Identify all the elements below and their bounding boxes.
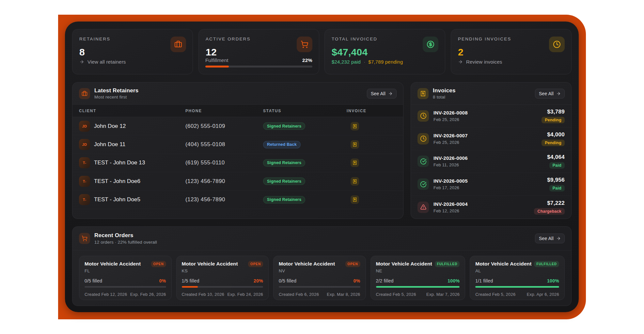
invoice-row[interactable]: INV-2026-0005 Feb 17, 2026 $9,956 Paid (411, 173, 571, 196)
invoice-row[interactable]: INV-2026-0004 Feb 12, 2026 $7,222 Charge… (411, 196, 571, 219)
invoices-see-all-button[interactable]: See All (535, 89, 565, 99)
stat-label: PENDING INVOICES (458, 37, 565, 41)
order-region: NV (279, 268, 360, 273)
orders-see-all-button[interactable]: See All (535, 234, 565, 243)
order-title: Motor Vehicle Accident (376, 261, 432, 267)
clock-icon (549, 37, 565, 52)
fulfillment-progressbar (205, 66, 312, 68)
clock-icon (417, 110, 429, 122)
arrow-right-icon (79, 59, 84, 64)
fulfillment-label: Fulfillment (205, 57, 228, 63)
order-filled: 1/1 filled (475, 278, 493, 283)
order-title: Motor Vehicle Accident (279, 261, 335, 267)
invoice-receipt-icon[interactable] (351, 140, 359, 149)
stat-card-pending-invoices: PENDING INVOICES 2 Review invoices (451, 29, 572, 74)
invoice-id: INV-2026-0005 (433, 178, 468, 184)
recent-orders-header: Recent Orders 12 orders · 22% fulfilled … (72, 227, 571, 250)
column-status: STATUS (263, 109, 347, 113)
status-badge: Signed Retainers (263, 122, 305, 130)
order-filled: 0/5 filled (279, 278, 296, 283)
latest-retainers-header: Latest Retainers Most recent first See A… (72, 83, 403, 105)
panel-title: Invoices (433, 87, 456, 94)
stat-label: ACTIVE ORDERS (206, 37, 312, 41)
avatar: JD (79, 121, 90, 132)
invoice-receipt-icon[interactable] (351, 159, 359, 167)
stat-card-retainers: RETAINERS 8 View all retainers (72, 29, 193, 74)
invoice-row[interactable]: INV-2026-0007 Feb 25, 2026 $4,000 Pendin… (411, 128, 571, 150)
order-filled: 2/2 filled (376, 278, 394, 283)
order-created: Created Feb 6, 2026 (279, 292, 319, 297)
invoice-status-badge: Chargeback (534, 208, 565, 215)
client-name: John Doe 11 (94, 141, 125, 148)
client-name: John Doe 12 (94, 123, 126, 129)
column-client: CLIENT (79, 109, 185, 113)
panel-subtitle: 12 orders · 22% fulfilled overall (94, 240, 157, 245)
latest-retainers-panel: Latest Retainers Most recent first See A… (72, 82, 403, 219)
order-card[interactable]: Motor Vehicle Accident OPEN KS 1/5 fille… (176, 256, 269, 300)
order-region: FL (85, 268, 166, 273)
invoice-date: Feb 11, 2026 (433, 162, 468, 167)
clock-icon (417, 133, 429, 144)
invoice-id: INV-2026-0004 (433, 201, 468, 207)
order-card[interactable]: Motor Vehicle Accident FULFILLED NE 2/2 … (370, 256, 465, 300)
retainer-row[interactable]: JD John Doe 11 (404) 555-0108 Returned B… (72, 135, 403, 154)
invoice-date: Feb 25, 2026 (433, 140, 468, 145)
order-card[interactable]: Motor Vehicle Accident OPEN NV 0/5 fille… (273, 256, 366, 300)
stat-value: 12 (206, 47, 312, 57)
order-expires: Exp. Mar 8, 2026 (327, 292, 360, 297)
order-created: Created Feb 10, 2026 (182, 292, 224, 297)
see-all-label: See All (371, 91, 385, 96)
order-percent: 0% (159, 278, 166, 283)
fulfillment-progress: Fulfillment 22% (205, 57, 312, 68)
panel-title: Recent Orders (94, 232, 157, 239)
retainer-row[interactable]: T- TEST - John Doe 13 (619) 555-0110 Sig… (72, 154, 403, 172)
invoice-receipt-icon[interactable] (351, 122, 359, 130)
check-circle-icon (417, 156, 429, 167)
review-invoices-link[interactable]: Review invoices (458, 59, 502, 65)
view-all-retainers-link[interactable]: View all retainers (79, 59, 126, 65)
client-phone: (123) 456-7890 (185, 196, 263, 203)
order-card[interactable]: Motor Vehicle Accident OPEN FL 0/5 fille… (79, 256, 172, 300)
recent-orders-panel: Recent Orders 12 orders · 22% fulfilled … (72, 226, 572, 306)
separator-dot: · (364, 59, 365, 65)
retainer-row[interactable]: T- TEST - John Doe5 (123) 456-7890 Signe… (72, 191, 403, 209)
invoice-status-badge: Paid (549, 185, 565, 191)
status-badge: Returned Back (263, 141, 301, 148)
client-phone: (404) 555-0108 (185, 141, 263, 148)
invoice-row[interactable]: INV-2026-0006 Feb 11, 2026 $4,064 Paid (411, 150, 571, 173)
avatar: JD (79, 139, 90, 150)
invoice-amount: $9,956 (547, 177, 565, 183)
order-created: Created Feb 12, 2026 (85, 292, 127, 297)
column-invoice: INVOICE (347, 109, 397, 113)
order-expires: Exp. Apr 6, 2026 (527, 292, 559, 297)
stat-link-label: View all retainers (87, 59, 126, 65)
briefcase-icon (170, 37, 186, 52)
arrow-right-icon (556, 236, 561, 241)
order-percent: 0% (353, 278, 360, 283)
invoice-receipt-icon[interactable] (351, 195, 359, 204)
order-expires: Exp. Mar 7, 2026 (426, 292, 460, 297)
arrow-right-icon (556, 91, 561, 96)
dollar-circle-icon (423, 37, 438, 52)
order-card[interactable]: Motor Vehicle Accident FULFILLED AL 1/1 … (470, 256, 565, 300)
stat-value: 2 (458, 47, 565, 57)
invoice-amount: $4,000 (547, 131, 565, 138)
invoice-row[interactable]: INV-2026-0008 Feb 25, 2026 $3,789 Pendin… (411, 105, 571, 128)
see-all-label: See All (539, 91, 554, 96)
order-title: Motor Vehicle Accident (182, 261, 238, 267)
client-name: TEST - John Doe5 (94, 196, 140, 203)
invoice-receipt-icon[interactable] (351, 177, 359, 186)
invoice-amount: $7,222 (547, 200, 565, 206)
invoice-id: INV-2026-0006 (433, 155, 468, 161)
stat-card-total-invoiced: TOTAL INVOICED $47,404 $24,232 paid·$7,7… (324, 29, 445, 74)
stat-value: $47,404 (332, 47, 438, 57)
cart-icon (297, 37, 312, 52)
invoiced-breakdown: $24,232 paid·$7,789 pending (332, 59, 403, 65)
retainer-row[interactable]: JD John Doe 12 (602) 555-0109 Signed Ret… (72, 117, 403, 135)
retainer-row[interactable]: T- TEST - John Doe6 (123) 456-7890 Signe… (72, 172, 403, 190)
status-badge: Signed Retainers (263, 177, 305, 185)
order-expires: Exp. Feb 26, 2026 (130, 292, 166, 297)
order-region: AL (475, 268, 559, 273)
retainers-see-all-button[interactable]: See All (367, 89, 397, 99)
client-name: TEST - John Doe6 (94, 178, 140, 185)
